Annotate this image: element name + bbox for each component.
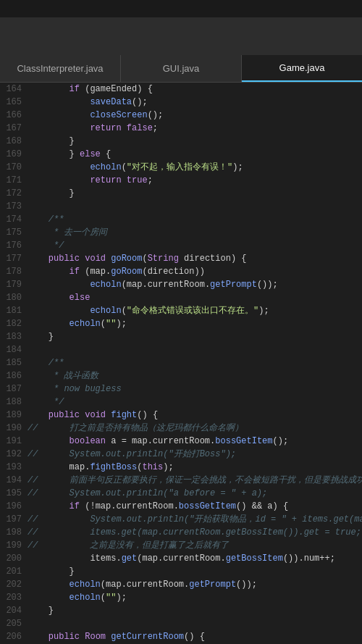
code-line: 178 if (map.goRoom(direction)) (0, 265, 362, 278)
line-content: } (28, 187, 362, 200)
line-content: echoln(map.currentRoom.getPrompt()); (28, 578, 362, 591)
code-line: 205 (0, 617, 362, 630)
line-number: 205 (0, 617, 28, 630)
code-line: 202 echoln(map.currentRoom.getPrompt()); (0, 578, 362, 591)
line-number: 174 (0, 213, 28, 226)
code-line: 171 return true; (0, 174, 362, 187)
line-content: public void fight() { (28, 409, 362, 422)
line-number: 195 (0, 487, 28, 500)
line-content: items.get(map.currentRoom.getBossItem())… (28, 552, 362, 565)
line-content: // 打之前是否持有物品（这尼玛都什么命名啊） (28, 422, 362, 435)
line-number: 202 (0, 578, 28, 591)
code-line: 189 public void fight() { (0, 409, 362, 422)
line-content: echoln("命令格式错误或该出口不存在。"); (28, 304, 362, 317)
line-content (28, 617, 362, 630)
line-number: 164 (0, 83, 28, 96)
line-number: 194 (0, 474, 28, 487)
code-line: 196 if (!map.currentRoom.bossGetItem() &… (0, 500, 362, 513)
line-number: 179 (0, 278, 28, 291)
line-content: return true; (28, 174, 362, 187)
tab-game_java[interactable]: Game.java (242, 55, 362, 82)
code-line: 174 /** (0, 213, 362, 226)
code-line: 197// System.out.println("开始获取物品，id = " … (0, 513, 362, 526)
code-line: 195// System.out.println("a before = " +… (0, 487, 362, 500)
code-area[interactable]: 164 if (gameEnded) {165 saveData();166 c… (0, 83, 362, 644)
line-content: echoln(""); (28, 591, 362, 604)
line-content: // System.out.println("开始打Boss"); (28, 448, 362, 461)
line-number: 165 (0, 96, 28, 109)
line-content: closeScreen(); (28, 109, 362, 122)
code-line: 194// 前面半句反正都要执行，保证一定会挑战，不会被短路干扰，但是要挑战成功… (0, 474, 362, 487)
line-number: 180 (0, 291, 28, 304)
line-number: 176 (0, 239, 28, 252)
line-content: /** (28, 356, 362, 369)
code-line: 186 * 战斗函数 (0, 369, 362, 382)
line-number: 192 (0, 448, 28, 461)
line-number: 169 (0, 148, 28, 161)
line-number: 166 (0, 109, 28, 122)
line-number: 200 (0, 552, 28, 565)
line-number: 170 (0, 161, 28, 174)
line-content: } (28, 330, 362, 343)
tab-gui_java[interactable]: GUI.java (121, 55, 242, 82)
line-content: /** (28, 213, 362, 226)
code-line: 190// 打之前是否持有物品（这尼玛都什么命名啊） (0, 422, 362, 435)
line-content: // 之前是没有，但是打赢了之后就有了 (28, 539, 362, 552)
line-number: 193 (0, 461, 28, 474)
line-number: 199 (0, 539, 28, 552)
line-content: * now bugless (28, 382, 362, 396)
line-number: 177 (0, 252, 28, 265)
line-number: 188 (0, 396, 28, 409)
line-number: 190 (0, 422, 28, 435)
code-line: 165 saveData(); (0, 96, 362, 109)
line-content: saveData(); (28, 96, 362, 109)
line-number: 198 (0, 526, 28, 539)
code-line: 188 */ (0, 396, 362, 409)
line-number: 182 (0, 317, 28, 330)
code-line: 169 } else { (0, 148, 362, 161)
line-number: 197 (0, 513, 28, 526)
line-content: */ (28, 239, 362, 252)
line-content: // System.out.println("开始获取物品，id = " + i… (28, 513, 362, 526)
code-line: 173 (0, 200, 362, 213)
line-number: 189 (0, 409, 28, 422)
line-number: 178 (0, 265, 28, 278)
line-number: 185 (0, 356, 28, 369)
code-line: 181 echoln("命令格式错误或该出口不存在。"); (0, 304, 362, 317)
line-content (28, 343, 362, 356)
line-content: } (28, 135, 362, 148)
line-content: // items.get(map.currentRoom.getBossItem… (28, 526, 362, 539)
code-line: 192// System.out.println("开始打Boss"); (0, 448, 362, 461)
line-number: 201 (0, 565, 28, 578)
line-content: echoln(""); (28, 317, 362, 330)
code-line: 193 map.fightBoss(this); (0, 461, 362, 474)
line-number: 206 (0, 630, 28, 643)
tab-classinterpreter_java[interactable]: ClassInterpreter.java (0, 55, 121, 82)
line-content: echoln("对不起，输入指令有误！"); (28, 161, 362, 174)
code-line: 203 echoln(""); (0, 591, 362, 604)
line-content: boolean a = map.currentRoom.bossGetItem(… (28, 435, 362, 448)
line-number: 191 (0, 435, 28, 448)
code-line: 166 closeScreen(); (0, 109, 362, 122)
line-content: if (gameEnded) { (28, 83, 362, 96)
tabs: ClassInterpreter.javaGUI.javaGame.java (0, 55, 362, 83)
line-content: */ (28, 396, 362, 409)
code-line: 185 /** (0, 356, 362, 369)
code-line: 175 * 去一个房间 (0, 226, 362, 239)
code-line: 183 } (0, 330, 362, 343)
line-number: 196 (0, 500, 28, 513)
code-line: 168 } (0, 135, 362, 148)
line-number: 187 (0, 382, 28, 396)
line-content: echoln(map.currentRoom.getPrompt()); (28, 278, 362, 291)
code-line: 182 echoln(""); (0, 317, 362, 330)
code-line: 176 */ (0, 239, 362, 252)
line-number: 168 (0, 135, 28, 148)
code-line: 201 } (0, 565, 362, 578)
line-content: } else { (28, 148, 362, 161)
line-number: 186 (0, 369, 28, 382)
line-content: public void goRoom(String direction) { (28, 252, 362, 265)
line-number: 172 (0, 187, 28, 200)
code-line: 172 } (0, 187, 362, 200)
code-line: 187 * now bugless (0, 382, 362, 396)
line-number: 184 (0, 343, 28, 356)
